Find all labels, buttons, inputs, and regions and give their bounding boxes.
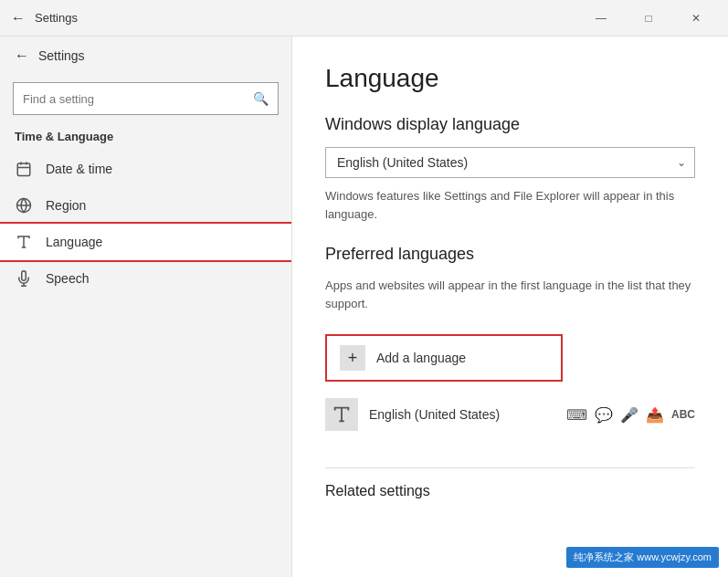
main-panel: Language Windows display language Englis… — [292, 37, 728, 577]
back-icon[interactable]: ← — [11, 10, 26, 26]
display-language-dropdown-wrapper: English (United States) ⌄ — [325, 147, 695, 178]
titlebar-left: ← Settings — [11, 10, 78, 26]
language-item-name: English (United States) — [369, 407, 500, 422]
page-title: Language — [325, 64, 695, 93]
region-icon — [15, 196, 33, 215]
display-language-description: Windows features like Settings and File … — [325, 187, 695, 223]
sidebar-back-arrow-icon: ← — [15, 47, 29, 64]
maximize-button[interactable]: □ — [628, 4, 670, 33]
sidebar-back-button[interactable]: ← Settings — [0, 37, 291, 75]
add-language-button[interactable]: + Add a language — [325, 334, 563, 382]
mic-icon[interactable]: 🎤 — [620, 406, 638, 424]
content-area: ← Settings 🔍 Time & Language Date & time — [0, 37, 728, 577]
related-settings: Related settings — [325, 467, 695, 499]
sidebar-section-header: Time & Language — [0, 126, 291, 151]
display-language-select[interactable]: English (United States) — [325, 147, 695, 178]
svg-rect-0 — [17, 163, 30, 176]
language-item-icon — [325, 398, 358, 431]
sidebar-back-label: Settings — [38, 48, 85, 63]
language-label: Language — [46, 235, 102, 249]
speech-label: Speech — [46, 271, 89, 286]
language-item-english: English (United States) ⌨ 💬 🎤 📤 ABC — [325, 389, 695, 440]
language-icon — [15, 233, 33, 251]
add-language-label: Add a language — [376, 351, 466, 365]
titlebar-controls: — □ ✕ — [580, 4, 717, 33]
chat-icon[interactable]: 💬 — [595, 406, 613, 424]
sidebar-item-region[interactable]: Region — [0, 187, 291, 224]
search-input[interactable] — [23, 92, 246, 106]
display-language-title: Windows display language — [325, 115, 695, 134]
preferred-languages-section: Preferred languages Apps and websites wi… — [325, 245, 695, 440]
plus-icon: + — [340, 345, 365, 371]
titlebar-title: Settings — [35, 11, 78, 25]
sidebar: ← Settings 🔍 Time & Language Date & time — [0, 37, 292, 577]
preferred-languages-title: Preferred languages — [325, 245, 695, 264]
language-item-actions: ⌨ 💬 🎤 📤 ABC — [566, 406, 695, 424]
abc-icon[interactable]: ABC — [671, 408, 695, 421]
titlebar: ← Settings — □ ✕ — [0, 0, 728, 37]
date-time-label: Date & time — [46, 162, 112, 176]
sidebar-item-speech[interactable]: Speech — [0, 260, 291, 297]
preferred-languages-description: Apps and websites will appear in the fir… — [325, 277, 695, 312]
region-label: Region — [46, 198, 86, 213]
sidebar-item-date-time[interactable]: Date & time — [0, 151, 291, 187]
language-item-left: English (United States) — [325, 398, 500, 431]
keyboard-icon[interactable]: ⌨ — [566, 406, 587, 424]
upload-icon[interactable]: 📤 — [646, 406, 664, 424]
speech-icon — [15, 269, 33, 288]
search-box: 🔍 — [13, 82, 279, 115]
close-button[interactable]: ✕ — [675, 4, 717, 33]
minimize-button[interactable]: — — [580, 4, 622, 33]
search-icon: 🔍 — [253, 91, 269, 106]
watermark: 纯净系统之家 www.ycwjzy.com — [566, 547, 719, 568]
sidebar-item-language[interactable]: Language — [0, 224, 291, 260]
date-time-icon — [15, 160, 33, 178]
related-settings-label: Related settings — [325, 483, 430, 498]
